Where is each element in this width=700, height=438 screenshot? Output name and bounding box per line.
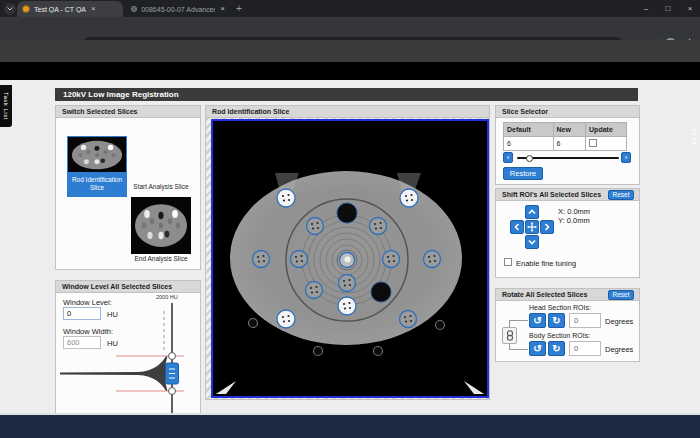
chevron-right-icon <box>543 223 551 231</box>
browser-tab-inactive[interactable]: 008645-00-07 Advanced Electr × <box>126 1 230 17</box>
shift-y-value: Y: 0.0mm <box>558 216 590 225</box>
slice-next-button[interactable]: › <box>621 152 631 163</box>
head-degrees-input[interactable] <box>569 313 601 328</box>
ct-thumbnail-image <box>68 137 126 175</box>
tab-search-button[interactable] <box>4 3 16 15</box>
link-sections-button[interactable] <box>502 327 517 344</box>
switch-slices-panel: Switch Selected Slices Rod Identificatio… <box>55 105 201 270</box>
roi-rod[interactable] <box>291 251 308 268</box>
roi-dark[interactable] <box>371 282 391 302</box>
panel-header: Switch Selected Slices <box>56 106 200 118</box>
window-close-button[interactable]: × <box>680 0 700 17</box>
rotate-panel: Rotate All Selected Slices Reset Head Se… <box>495 288 640 362</box>
col-default: Default <box>504 123 554 137</box>
shift-up-button[interactable] <box>525 205 539 219</box>
thumbnail-label: Start Analysis Slice <box>126 183 196 190</box>
shift-down-button[interactable] <box>525 235 539 249</box>
shift-center-button[interactable] <box>525 220 539 234</box>
roi-bright[interactable] <box>338 297 356 315</box>
page-content: Task List 120kV Low Image Registration S… <box>0 80 692 413</box>
new-slice-value: 6 <box>553 137 586 151</box>
center-marker <box>345 257 351 263</box>
ct-thumbnail-image <box>131 197 191 254</box>
body-degrees-input[interactable] <box>569 341 601 356</box>
roi-bright[interactable] <box>277 310 295 328</box>
window-level-histogram[interactable] <box>60 301 201 413</box>
update-checkbox[interactable] <box>589 139 597 147</box>
new-tab-button[interactable]: + <box>236 2 242 15</box>
panel-header: Shift ROI's All Selected Slices Reset <box>496 189 639 201</box>
window-maximize-button[interactable]: □ <box>658 0 678 17</box>
roi-rod[interactable] <box>307 218 324 235</box>
chevron-down-icon <box>7 7 13 11</box>
restore-button[interactable]: Restore <box>503 167 543 180</box>
upper-handle[interactable] <box>169 353 176 360</box>
roi-rod[interactable] <box>253 251 270 268</box>
body-rotate-ccw-button[interactable]: ↺ <box>529 341 546 356</box>
fine-tuning-label: Enable fine tuning <box>516 259 576 268</box>
body-section-label: Body Section ROIs: <box>529 332 590 339</box>
head-rotate-ccw-button[interactable]: ↺ <box>529 313 546 328</box>
link-icon <box>506 330 514 341</box>
tab-title: Test QA - CT QA <box>34 6 86 13</box>
chevron-left-icon <box>513 223 521 231</box>
tab-title: 008645-00-07 Advanced Electr <box>141 6 215 13</box>
table-row: 6 6 <box>504 137 627 151</box>
browser-tab-bar: Test QA - CT QA × 008645-00-07 Advanced … <box>0 0 700 17</box>
thumbnail-label-selected: Rod Identification Slice <box>68 172 126 196</box>
col-update: Update <box>586 123 627 137</box>
col-new: New <box>553 123 586 137</box>
tab-close-button[interactable]: × <box>91 5 96 13</box>
head-rotate-cw-button[interactable]: ↻ <box>548 313 565 328</box>
shift-x-value: X: 0.0mm <box>558 207 590 216</box>
slice-table: Default New Update 6 6 <box>503 122 627 151</box>
degrees-label: Degrees <box>605 317 633 326</box>
panel-header: Window Level All Selected Slices <box>56 281 200 293</box>
shift-reset-button[interactable]: Reset <box>608 190 634 200</box>
thumbnail-label: End Analysis Slice <box>126 255 196 262</box>
move-icon <box>527 222 537 232</box>
panel-header: Rod Identification Slice <box>206 106 489 118</box>
ct-image-viewport[interactable] <box>211 119 489 398</box>
shift-rois-panel: Shift ROI's All Selected Slices Reset <box>495 188 640 278</box>
task-list-tab[interactable]: Task List <box>0 85 12 127</box>
globe-icon <box>131 5 137 13</box>
roi-rod[interactable] <box>400 311 417 328</box>
slice-selector-panel: Slice Selector Default New Update 6 6 ‹ … <box>495 105 640 185</box>
rotate-reset-button[interactable]: Reset <box>608 290 634 300</box>
panel-header: Rotate All Selected Slices Reset <box>496 289 639 301</box>
shift-right-button[interactable] <box>540 220 554 234</box>
browser-address-bar: ← → ↻ ⌂ localhost:7600/#ExecuteQA/ImageR… <box>0 17 700 40</box>
roi-rod[interactable] <box>383 251 400 268</box>
panel-header: Slice Selector <box>496 106 639 118</box>
app-toolbar: 1 RapidCHECK™ SUN NUCLEAR <box>0 40 700 62</box>
axis-max-label: 2000 HU <box>156 294 178 300</box>
roi-rod[interactable] <box>306 282 323 299</box>
action-bar: × Done IDD Admin Logout <box>0 62 700 80</box>
shift-left-button[interactable] <box>510 220 524 234</box>
roi-rod[interactable] <box>424 251 441 268</box>
roi-dark[interactable] <box>337 203 357 223</box>
tab-favicon-sunnuclear <box>22 5 30 13</box>
chevron-down-icon <box>528 238 536 246</box>
body-rotate-cw-button[interactable]: ↻ <box>548 341 565 356</box>
page-title: 120kV Low Image Registration <box>55 88 638 101</box>
roi-rod[interactable] <box>339 275 356 292</box>
window-level-panel: Window Level All Selected Slices Window … <box>55 280 201 413</box>
rod-slice-panel: Rod Identification Slice <box>205 105 490 400</box>
lower-handle[interactable] <box>169 388 176 395</box>
desktop-screen: Test QA - CT QA × 008645-00-07 Advanced … <box>0 0 700 438</box>
slice-slider-handle[interactable] <box>526 155 533 162</box>
default-slice-value: 6 <box>504 137 554 151</box>
fine-tuning-checkbox[interactable] <box>504 258 512 266</box>
browser-tab-active[interactable]: Test QA - CT QA × <box>17 1 123 17</box>
slice-prev-button[interactable]: ‹ <box>503 152 513 163</box>
window-minimize-button[interactable]: – <box>636 0 656 17</box>
roi-bright[interactable] <box>400 189 418 207</box>
thumbnail-rod-identification[interactable]: Rod Identification Slice <box>67 136 127 197</box>
windows-taskbar: 100% 18:55 16/04/2026 <box>0 415 700 438</box>
thumbnail-start-analysis[interactable] <box>131 197 191 254</box>
tab-close-button[interactable]: × <box>220 5 225 13</box>
roi-bright[interactable] <box>277 189 295 207</box>
roi-rod[interactable] <box>370 218 387 235</box>
